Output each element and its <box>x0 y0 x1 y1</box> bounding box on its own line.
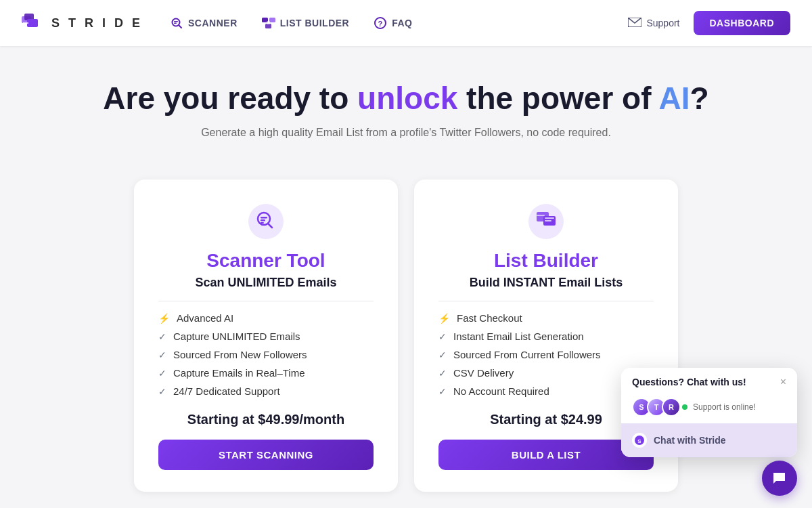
navbar: S T R I D E SCANNER <box>0 0 812 46</box>
svg-point-16 <box>248 204 284 239</box>
list-item: ✓Capture UNLIMITED Emails <box>158 331 374 342</box>
logo[interactable]: S T R I D E <box>22 14 143 33</box>
feature-text: Capture Emails in Real–Time <box>173 367 305 379</box>
list-builder-nav-icon <box>262 16 275 30</box>
nav-faq[interactable]: ? FAQ <box>374 16 412 30</box>
logo-icon <box>22 14 46 33</box>
support-label: Support <box>646 18 679 28</box>
chat-close-button[interactable]: × <box>780 376 786 388</box>
check-icon: ✓ <box>438 386 447 397</box>
hero-unlock: unlock <box>357 81 457 116</box>
chat-popup: Questions? Chat with us! × S T R Support… <box>621 368 797 457</box>
nav-right: Support DASHBOARD <box>628 11 790 35</box>
lightning-icon: ⚡ <box>158 313 170 324</box>
chat-bubble-button[interactable] <box>762 461 797 496</box>
svg-rect-2 <box>27 19 38 27</box>
logo-text: S T R I D E <box>51 16 143 30</box>
svg-rect-21 <box>261 222 264 224</box>
nav-support[interactable]: Support <box>628 18 679 29</box>
svg-line-6 <box>179 25 181 28</box>
support-icon <box>628 18 641 29</box>
start-scanning-button[interactable]: START SCANNING <box>158 440 374 470</box>
chat-avatar-3: R <box>662 398 681 417</box>
hero-title-end: ? <box>690 81 709 116</box>
scanner-label: SCANNER <box>188 18 238 28</box>
check-icon: ✓ <box>158 368 166 379</box>
feature-text: Sourced From New Followers <box>173 349 307 360</box>
nav-links: SCANNER LIST BUILDER ? FAQ <box>170 16 628 30</box>
feature-text: Advanced AI <box>177 312 233 324</box>
hero-title: Are you ready to unlock the power of AI? <box>14 80 798 117</box>
svg-rect-19 <box>261 217 267 219</box>
svg-rect-25 <box>545 217 554 219</box>
hero-section: Are you ready to unlock the power of AI?… <box>0 46 812 159</box>
dashboard-button[interactable]: DASHBOARD <box>694 11 791 35</box>
list-builder-card-title: List Builder <box>438 250 654 272</box>
hero-subtitle: Generate a high quality Email List from … <box>14 127 798 139</box>
feature-text: CSV Delivery <box>453 367 514 379</box>
scanner-card: Scanner Tool Scan UNLIMITED Emails ⚡Adva… <box>134 179 398 492</box>
status-dot <box>682 404 687 410</box>
feature-text: Capture UNLIMITED Emails <box>173 331 300 342</box>
chat-popup-status: S T R Support is online! <box>621 394 797 423</box>
svg-rect-26 <box>545 220 551 221</box>
list-item: ✓Instant Email List Generation <box>438 331 654 342</box>
check-icon: ✓ <box>438 331 447 342</box>
list-builder-nav-label: LIST BUILDER <box>280 18 349 28</box>
stride-chat-icon: S <box>632 433 647 448</box>
check-icon: ✓ <box>438 368 447 379</box>
feature-text: 24/7 Dedicated Support <box>173 385 280 397</box>
check-icon: ✓ <box>158 350 166 360</box>
scanner-icon <box>170 16 183 30</box>
chat-stride-label: Chat with Stride <box>654 435 726 446</box>
feature-text: Fast Checkout <box>457 312 522 324</box>
svg-text:?: ? <box>378 20 383 28</box>
chat-popup-header: Questions? Chat with us! × <box>621 368 797 394</box>
list-item: ⚡Fast Checkout <box>438 312 654 324</box>
check-icon: ✓ <box>158 386 166 397</box>
list-item: ✓24/7 Dedicated Support <box>158 385 374 397</box>
list-item: ✓Sourced From New Followers <box>158 349 374 360</box>
svg-rect-11 <box>265 24 271 28</box>
svg-rect-12 <box>267 21 270 24</box>
chat-status-label: Support is online! <box>693 402 756 412</box>
scanner-card-title: Scanner Tool <box>158 250 374 272</box>
chat-popup-title: Questions? Chat with us! <box>632 377 746 387</box>
chat-bubble-icon <box>771 470 788 486</box>
hero-ai: AI <box>659 81 690 116</box>
nav-scanner[interactable]: SCANNER <box>170 16 238 30</box>
check-icon: ✓ <box>438 350 447 360</box>
check-icon: ✓ <box>158 331 166 342</box>
hero-title-part2: the power of <box>457 81 658 116</box>
scanner-price: Starting at $49.99/month <box>158 412 374 427</box>
nav-list-builder[interactable]: LIST BUILDER <box>262 16 349 30</box>
feature-text: No Account Required <box>453 385 549 397</box>
chat-with-stride-button[interactable]: S Chat with Stride <box>621 423 797 457</box>
feature-text: Sourced From Current Followers <box>453 349 601 360</box>
svg-rect-20 <box>261 219 265 221</box>
list-item: ✓Capture Emails in Real–Time <box>158 367 374 379</box>
scanner-card-subtitle: Scan UNLIMITED Emails <box>158 276 374 301</box>
list-item: ⚡Advanced AI <box>158 312 374 324</box>
feature-text: Instant Email List Generation <box>453 331 584 342</box>
svg-rect-10 <box>269 18 275 22</box>
svg-rect-8 <box>174 23 177 24</box>
faq-icon: ? <box>374 16 387 30</box>
faq-label: FAQ <box>392 18 412 28</box>
svg-rect-27 <box>537 215 545 216</box>
list-item: ✓Sourced From Current Followers <box>438 349 654 360</box>
scanner-features: ⚡Advanced AI ✓Capture UNLIMITED Emails ✓… <box>158 312 374 397</box>
list-builder-card-subtitle: Build INSTANT Email Lists <box>438 276 654 301</box>
scanner-card-icon <box>158 204 374 242</box>
svg-text:S: S <box>637 438 641 444</box>
lightning-icon: ⚡ <box>438 313 450 324</box>
list-builder-card-icon <box>438 204 654 242</box>
svg-rect-7 <box>174 21 178 22</box>
hero-title-part1: Are you ready to <box>103 81 357 116</box>
